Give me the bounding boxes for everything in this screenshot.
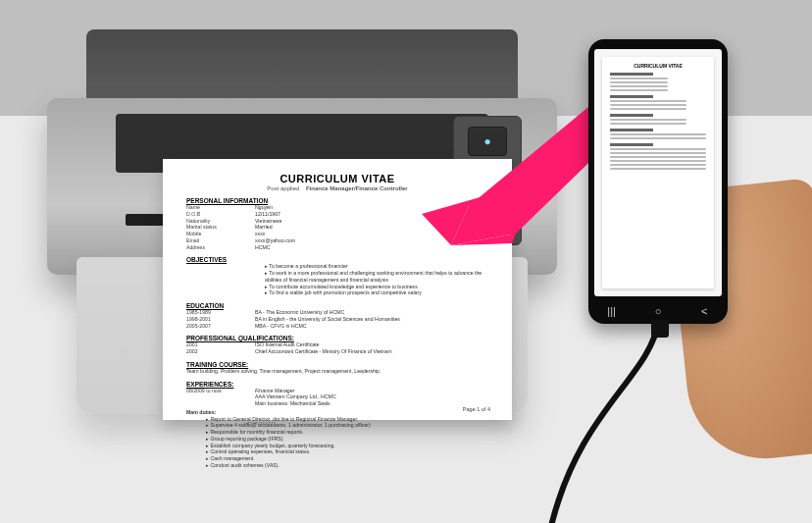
preview-sec-3	[610, 114, 653, 117]
svg-rect-3	[651, 320, 669, 338]
heading-qual: PROFESSIONAL QUALIFICATIONS:	[186, 335, 488, 341]
lbl-name: Name	[186, 204, 255, 211]
print-preview-page: CURRICULUM VITAE	[602, 57, 714, 288]
qual-0-y: 2001	[186, 341, 255, 348]
heading-exp: EXPERIENCES:	[186, 381, 488, 388]
duties-heading: Main duties:	[186, 409, 488, 416]
val-addr: HCMC	[255, 244, 488, 251]
lbl-dob: D.O.B	[186, 211, 255, 218]
exp-period: 08/2009 to now:	[186, 388, 255, 394]
cv-post-applied: Post applied Finance Manager/Finance Con…	[186, 185, 488, 191]
preview-sec-1	[610, 73, 653, 76]
section-training: TRAINING COURSE: Team building, Problem …	[186, 361, 488, 375]
page-indicator: Page 1 of 4	[463, 406, 490, 412]
exp-company: AAA Vietnam Company Ltd., HCMC	[255, 393, 488, 400]
usb-cable	[541, 320, 796, 523]
exp-biz: Main business: Mechanical Seals	[255, 400, 488, 407]
training-text: Team building, Problem solving, Time man…	[186, 368, 488, 375]
post-applied-value: Finance Manager/Finance Controller	[306, 185, 408, 191]
heading-education: EDUCATION	[186, 302, 488, 309]
lbl-addr: Address	[186, 244, 255, 251]
heading-training: TRAINING COURSE:	[186, 361, 488, 368]
heading-objectives: OBJECTIVES	[186, 256, 488, 263]
post-applied-label: Post applied	[267, 185, 299, 191]
preview-sec-5	[610, 143, 653, 146]
section-experiences: EXPERIENCES: 08/2009 to now:Finance Mana…	[186, 381, 488, 469]
printer-status-button[interactable]: ●	[468, 127, 507, 156]
exp-role: Finance Manager	[255, 388, 294, 393]
duty-1: Supervise 4 staffs (2 accountants, 1 adm…	[186, 422, 488, 429]
val-mar: Married	[255, 224, 488, 231]
nav-recent-button[interactable]: |||	[605, 304, 619, 318]
lbl-mar: Marital status	[186, 224, 255, 231]
duty-7: Conduct audit schemes (VAS).	[186, 462, 488, 469]
duty-2: Responsible for monthly financial report…	[186, 429, 488, 436]
obj-2: To contribute accumulated knowledge and …	[186, 284, 488, 290]
section-personal: PERSONAL INFORMATION NameNguyen D.O.B12/…	[186, 197, 488, 250]
nav-home-button[interactable]: ○	[651, 304, 665, 318]
photo-scene: ● ⏻ CURRICULUM VITAE Post applied Financ…	[0, 0, 812, 523]
qual-0-t: ISO Internal Audit Certificate	[255, 341, 488, 348]
phone-screen[interactable]: CURRICULUM VITAE	[594, 49, 722, 296]
obj-0: To become a professional financier	[186, 263, 488, 270]
section-qualifications: PROFESSIONAL QUALIFICATIONS: 2001ISO Int…	[186, 335, 488, 355]
val-email: xxxx@yahoo.com	[255, 237, 488, 244]
edu-2-t: MBA - CFVG in HCMC	[255, 323, 488, 330]
nav-back-button[interactable]: <	[697, 304, 711, 318]
printer-model-label: LBP2900	[243, 420, 276, 429]
laser-printer: ● ⏻ CURRICULUM VITAE Post applied Financ…	[47, 29, 557, 402]
duty-4: Establish company yearly budget, quarter…	[186, 443, 488, 449]
duty-6: Cash management.	[186, 455, 488, 462]
lbl-mob: Mobile	[186, 231, 255, 237]
duty-0: Report to General Director, dot line to …	[186, 416, 488, 423]
preview-sec-4	[610, 129, 653, 131]
preview-title: CURRICULUM VITAE	[610, 63, 706, 69]
val-dob: 12/11/1967	[255, 211, 488, 218]
edu-0-t: BA - The Economic University of HCMC	[255, 309, 488, 316]
duty-5: Control operating expenses, financial st…	[186, 448, 488, 455]
cv-title: CURRICULUM VITAE	[186, 173, 488, 184]
smartphone: CURRICULUM VITAE ||| ○ <	[588, 39, 728, 324]
lbl-nat: Nationality	[186, 218, 255, 225]
section-objectives: OBJECTIVES To become a professional fina…	[186, 256, 488, 296]
preview-sec-2	[610, 95, 653, 98]
printed-cv-page: CURRICULUM VITAE Post applied Finance Ma…	[163, 159, 512, 420]
edu-0-y: 1985-1989	[186, 309, 255, 316]
qual-1-t: Chief Accountant Certificate - Ministry …	[255, 348, 488, 355]
section-education: EDUCATION 1985-1989BA - The Economic Uni…	[186, 302, 488, 329]
edu-2-y: 2005-2007	[186, 323, 255, 330]
edu-1-y: 1998-2001	[186, 316, 255, 323]
heading-personal: PERSONAL INFORMATION	[186, 197, 488, 204]
lbl-email: Email	[186, 237, 255, 244]
obj-3: To find a stable job with promotion pros…	[186, 289, 488, 296]
val-nat: Vietnamese	[255, 218, 488, 225]
edu-1-t: BA in English - the University of Social…	[255, 316, 488, 323]
qual-1-y: 2002	[186, 348, 255, 355]
val-name: Nguyen	[255, 204, 488, 211]
obj-1: To work in a more professional and chall…	[186, 270, 488, 284]
duty-3: Group reporting package (IFRS).	[186, 436, 488, 443]
val-mob: xxxx	[255, 231, 488, 237]
